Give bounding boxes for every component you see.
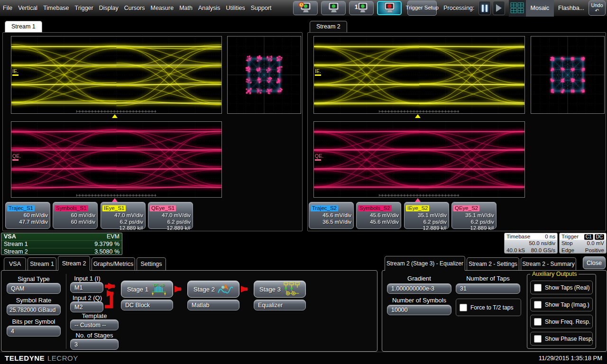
trigger-readout[interactable]: Trigger C1DC Stop 0.0 mV Edge Positive xyxy=(559,233,607,254)
stream1-qeye-graph: QE. xyxy=(11,121,222,198)
menu-timebase[interactable]: Timebase xyxy=(40,0,72,16)
stage1-type-field[interactable]: DC Block xyxy=(121,300,173,310)
descriptor-qeye-s2[interactable]: QEye_S2 35.1 mV/div 6.2 ps/div 12.889 k# xyxy=(451,202,497,229)
tab-graphs-metrics[interactable]: Graphs/Metrics xyxy=(92,257,135,270)
trace-chip: Symbols_S2 xyxy=(358,205,392,211)
play-icon xyxy=(496,4,502,12)
bits-per-symbol-label: Bits per Symbol xyxy=(7,318,61,325)
show-tap-imag-checkbox-row[interactable]: Show Tap (Imag.) xyxy=(530,298,593,311)
descriptor-qeye-s1[interactable]: QEye_S1 47.0 mV/div 6.2 ps/div 12.889 k# xyxy=(148,202,193,229)
descriptor-trajec-s1[interactable]: Trajec_S1 60 mV/div 47.7 mV/div xyxy=(5,202,50,229)
close-button[interactable]: Close xyxy=(583,256,606,269)
checkbox[interactable] xyxy=(534,284,542,291)
trigger-coupling-badge: DC xyxy=(595,234,604,240)
descriptor-symbols-s2[interactable]: Symbols_S2 45.6 mV/div 45.6 mV/div xyxy=(356,202,401,229)
descriptor-row: 12.889 k# xyxy=(470,225,494,232)
stage1-button[interactable]: Stage 1 DC→0 xyxy=(121,281,173,298)
symbol-rate-label: Symbol Rate xyxy=(7,297,61,304)
timebase-scale: 50.0 ns/div xyxy=(529,240,555,246)
descriptor-symbols-s1[interactable]: Symbols_S1 60 mV/div 60 mV/div xyxy=(53,202,98,229)
trigger-setup-button[interactable]: Trigger Setup xyxy=(407,0,437,16)
processing-label: Processing: xyxy=(443,5,474,11)
checkbox[interactable] xyxy=(534,301,542,309)
trigger-auto-button[interactable] xyxy=(293,1,318,15)
trace-chip: IEye_S2 xyxy=(406,205,429,211)
tab-stream2-settings[interactable]: Stream 2 - Settings xyxy=(467,257,519,270)
menu-display[interactable]: Display xyxy=(96,0,121,16)
stage2-type-field[interactable]: Matlab xyxy=(187,300,239,310)
tab-stream1[interactable]: Stream 1 xyxy=(28,257,56,270)
menu-utilities[interactable]: Utilities xyxy=(223,0,248,16)
trigger-normal-button[interactable] xyxy=(321,1,346,15)
menu-math[interactable]: Math xyxy=(176,0,195,16)
num-stages-label: No. of Stages xyxy=(70,332,119,339)
status-bar: TELEDYNELECROY 11/29/2015 1:35:18 PM xyxy=(0,352,607,364)
tab-vsa[interactable]: VSA xyxy=(4,257,26,270)
tab-stream2[interactable]: Stream 2 xyxy=(58,256,90,271)
descriptor-row: 47.7 mV/div xyxy=(19,219,48,226)
menu-vertical[interactable]: Vertical xyxy=(15,0,40,16)
menu-measure[interactable]: Measure xyxy=(147,0,176,16)
timebase-readout[interactable]: Timebase 0 ns 50.0 ns/div 40.0 kS 80.0 G… xyxy=(504,233,558,254)
stream2-panel: IE. QE. Trajec_S2 45.6 mV/div 36.5 mV/di… xyxy=(307,32,606,231)
trace-chip: Trajec_S1 xyxy=(7,205,35,211)
menu-file[interactable]: File xyxy=(0,0,15,16)
trigger-mode: Stop xyxy=(561,240,573,246)
input1-field[interactable]: M1 xyxy=(70,282,103,293)
menu-trigger[interactable]: Trigger xyxy=(72,0,96,16)
menu-support[interactable]: Support xyxy=(248,0,275,16)
show-freq-resp-checkbox-row[interactable]: Show Freq. Resp. xyxy=(530,315,593,328)
gradient-field[interactable]: 1.000000000e-3 xyxy=(387,283,451,294)
monitor-red-icon xyxy=(382,2,396,14)
pause-button[interactable] xyxy=(478,1,491,15)
template-field[interactable]: -- Custom -- xyxy=(70,319,119,330)
menu-analysis[interactable]: Analysis xyxy=(195,0,223,16)
descriptor-ieye-s1[interactable]: IEye_S1 47.0 mV/div 6.2 ps/div 12.889 k# xyxy=(101,202,146,229)
show-taps-real-checkbox-row[interactable]: Show Taps (Real) xyxy=(530,281,593,294)
descriptor-row: 47.0 mV/div xyxy=(114,212,143,219)
checkbox[interactable] xyxy=(460,304,467,311)
stream2-panel-tab[interactable]: Stream 2 xyxy=(310,21,347,32)
tab-stream2-stage3-equalizer[interactable]: Stream 2 (Stage 3) - Equalizer xyxy=(385,256,465,271)
stage2-button[interactable]: Stage 2 xyxy=(187,281,239,298)
menu-cursors[interactable]: Cursors xyxy=(121,0,148,16)
descriptor-trajec-s2[interactable]: Trajec_S2 45.6 mV/div 36.5 mV/div xyxy=(309,202,354,229)
show-phase-resp-checkbox-row[interactable]: Show Phase Resp. xyxy=(530,332,593,346)
vsa-title: VSA xyxy=(4,233,16,240)
stream1-panel: IE. QE. Trajec_S1 60 mV/div 47.7 mV/div … xyxy=(2,32,303,231)
tab-stream2-summary[interactable]: Stream 2 - Summary xyxy=(521,257,576,270)
stream1-panel-tab[interactable]: Stream 1 xyxy=(5,21,42,32)
symbol-rate-field[interactable]: 25.782000 GBaud xyxy=(7,304,61,315)
vsa-row-stream1: Stream 19.3799 % xyxy=(1,240,122,248)
tab-settings[interactable]: Settings xyxy=(137,257,166,270)
descriptor-row: 6.2 ps/div xyxy=(120,219,143,226)
mosaic-button[interactable]: Mosaic xyxy=(509,0,554,17)
equalizer-icon xyxy=(283,282,300,296)
stage3-type-field[interactable]: Equalizer xyxy=(254,300,306,310)
input2-field[interactable]: M2 xyxy=(70,301,103,312)
teledyne-lecroy-logo: TELEDYNELECROY xyxy=(5,354,78,363)
stream2-ieye-graph: IE. xyxy=(313,36,525,114)
signal-type-field[interactable]: QAM xyxy=(7,283,61,294)
play-button[interactable] xyxy=(493,1,505,15)
num-stages-field[interactable]: 3 xyxy=(70,339,119,350)
trigger-stop-button[interactable] xyxy=(377,1,402,15)
flashback-label[interactable]: Flashba... xyxy=(558,5,584,11)
bits-per-symbol-field[interactable]: 4 xyxy=(7,326,61,337)
checkbox[interactable] xyxy=(534,318,542,326)
checkbox[interactable] xyxy=(534,335,542,343)
stage3-button[interactable]: Stage 3 xyxy=(254,281,306,298)
trigger-single-button[interactable]: 1 xyxy=(349,1,374,15)
matlab-icon xyxy=(217,282,233,296)
constellation-diagram xyxy=(531,36,604,113)
descriptor-ieye-s2[interactable]: IEye_S2 35.1 mV/div 6.2 ps/div 12.889 k# xyxy=(404,202,449,229)
trigger-title: Trigger xyxy=(561,233,579,240)
num-taps-field[interactable]: 31 xyxy=(456,283,520,294)
undo-button[interactable]: Undo ↶ xyxy=(589,0,606,16)
datetime-display: 11/29/2015 1:35:18 PM xyxy=(539,355,602,362)
force-t2-taps-checkbox-row[interactable]: Force to T/2 taps xyxy=(456,299,521,316)
num-symbols-field[interactable]: 10000 xyxy=(387,305,451,315)
mosaic-grid-icon xyxy=(510,2,524,14)
qeye-eye-diagram xyxy=(11,122,221,197)
vsa-evm-table: VSA EVM Stream 19.3799 % Stream 23.5080 … xyxy=(1,233,122,255)
